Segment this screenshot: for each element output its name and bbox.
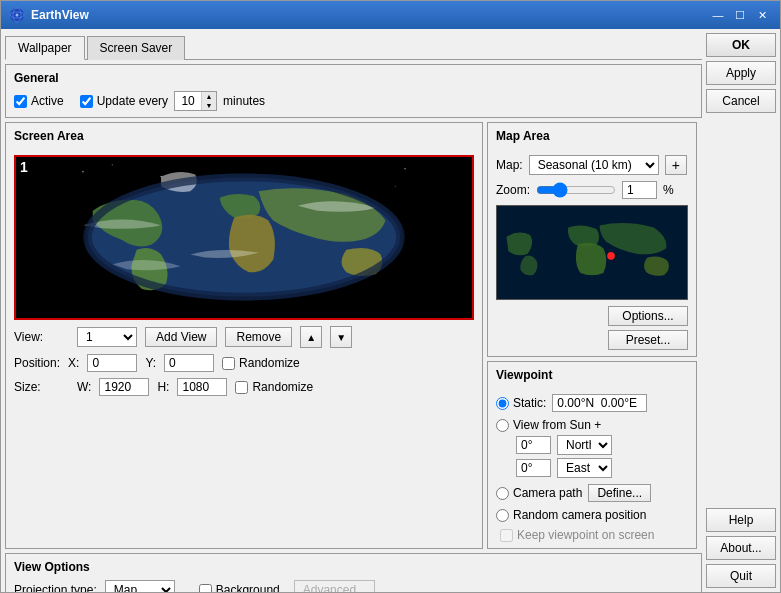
about-button[interactable]: About... [706,536,776,560]
remove-button[interactable]: Remove [225,327,292,347]
background-checkbox-label[interactable]: Background [199,583,280,592]
keep-viewpoint-label[interactable]: Keep viewpoint on screen [496,528,688,542]
maximize-button[interactable]: ☐ [730,7,750,23]
camera-path-row: Camera path Define... [496,484,688,502]
middle-row: Screen Area 1 [5,122,702,549]
update-checkbox[interactable] [80,95,93,108]
move-up-button[interactable]: ▲ [300,326,322,348]
random-camera-radio[interactable] [496,509,509,522]
static-radio[interactable] [496,397,509,410]
sun-label: View from Sun + [513,418,601,432]
view-options-title: View Options [14,560,693,574]
east-deg-input[interactable] [516,459,551,477]
main-window: EarthView — ☐ ✕ Wallpaper Screen Saver G… [0,0,781,593]
earth-map-preview [16,157,472,318]
update-checkbox-label[interactable]: Update every [80,94,168,108]
active-checkbox[interactable] [14,95,27,108]
projection-select[interactable]: Map Globe Flat [105,580,175,592]
randomize1-label[interactable]: Randomize [222,356,300,370]
sun-radio-label[interactable]: View from Sun + [496,418,601,432]
map-area-title: Map Area [496,129,688,143]
randomize2-checkbox[interactable] [235,381,248,394]
apply-button[interactable]: Apply [706,61,776,85]
random-camera-row: Random camera position [496,508,688,522]
north-select[interactable]: North South East West [557,435,612,455]
keep-viewpoint-text: Keep viewpoint on screen [517,528,654,542]
position-label: Position: [14,356,60,370]
y-input[interactable] [164,354,214,372]
random-label: Random camera position [513,508,646,522]
title-bar: EarthView — ☐ ✕ [1,1,780,29]
close-button[interactable]: ✕ [752,7,772,23]
active-label: Active [31,94,64,108]
sun-view-row: View from Sun + [496,418,688,432]
view-label: View: [14,330,69,344]
update-spin-up[interactable]: ▲ [202,92,216,101]
map-area-section: Map Area Map: Seasonal (10 km) Day/Night… [487,122,697,357]
camera-path-label[interactable]: Camera path [496,486,582,500]
static-radio-label[interactable]: Static: [496,396,546,410]
tab-bar: Wallpaper Screen Saver [5,33,702,60]
update-spin-down[interactable]: ▼ [202,101,216,110]
move-down-button[interactable]: ▼ [330,326,352,348]
general-section: General Active Update every [5,64,702,118]
help-button[interactable]: Help [706,508,776,532]
y-label: Y: [145,356,156,370]
zoom-row: Zoom: % [496,181,688,199]
sun-radio[interactable] [496,419,509,432]
update-value-input[interactable] [175,92,201,110]
tab-screensaver[interactable]: Screen Saver [87,36,186,60]
static-label: Static: [513,396,546,410]
main-panel: Wallpaper Screen Saver General Active [5,33,702,588]
sun-view-group: View from Sun + North South East West [496,418,688,478]
static-coords-input[interactable] [552,394,647,412]
keep-viewpoint-checkbox[interactable] [500,529,513,542]
w-label: W: [77,380,91,394]
north-deg-input[interactable] [516,436,551,454]
background-checkbox[interactable] [199,584,212,593]
update-label: Update every [97,94,168,108]
camera-path-radio[interactable] [496,487,509,500]
zoom-slider[interactable] [536,182,616,198]
mini-map [496,205,688,300]
right-buttons-panel: OK Apply Cancel Help About... Quit [706,33,776,588]
randomize1-checkbox[interactable] [222,357,235,370]
ok-button[interactable]: OK [706,33,776,57]
x-label: X: [68,356,79,370]
size-row: Size: W: H: Randomize [14,378,474,396]
add-map-button[interactable]: + [665,155,687,175]
minimize-button[interactable]: — [708,7,728,23]
randomize2-label[interactable]: Randomize [235,380,313,394]
projection-label: Projection type: [14,583,97,592]
svg-point-6 [112,164,113,165]
zoom-value-input[interactable] [622,181,657,199]
view-select[interactable]: 1 [77,327,137,347]
options-button[interactable]: Options... [608,306,688,326]
map-label: Map: [496,158,523,172]
w-input[interactable] [99,378,149,396]
h-input[interactable] [177,378,227,396]
define-button[interactable]: Define... [588,484,651,502]
screen-area-section: Screen Area 1 [5,122,483,549]
minutes-label: minutes [223,94,265,108]
quit-button[interactable]: Quit [706,564,776,588]
zoom-label: Zoom: [496,183,530,197]
tab-wallpaper[interactable]: Wallpaper [5,36,85,60]
sun-east-row: East West North South [496,458,688,478]
map-dropdown-row: Map: Seasonal (10 km) Day/Night Clouds C… [496,155,688,175]
svg-point-16 [607,252,615,260]
preset-button[interactable]: Preset... [608,330,688,350]
x-input[interactable] [87,354,137,372]
east-select[interactable]: East West North South [557,458,612,478]
update-spinner: ▲ ▼ [174,91,217,111]
cancel-button[interactable]: Cancel [706,89,776,113]
svg-rect-13 [63,157,87,318]
map-select[interactable]: Seasonal (10 km) Day/Night Clouds Custom [529,155,659,175]
active-checkbox-label[interactable]: Active [14,94,64,108]
static-row: Static: [496,394,688,412]
size-label: Size: [14,380,69,394]
h-label: H: [157,380,169,394]
view-options-section: View Options Projection type: Map Globe … [5,553,702,592]
random-camera-label[interactable]: Random camera position [496,508,646,522]
add-view-button[interactable]: Add View [145,327,217,347]
